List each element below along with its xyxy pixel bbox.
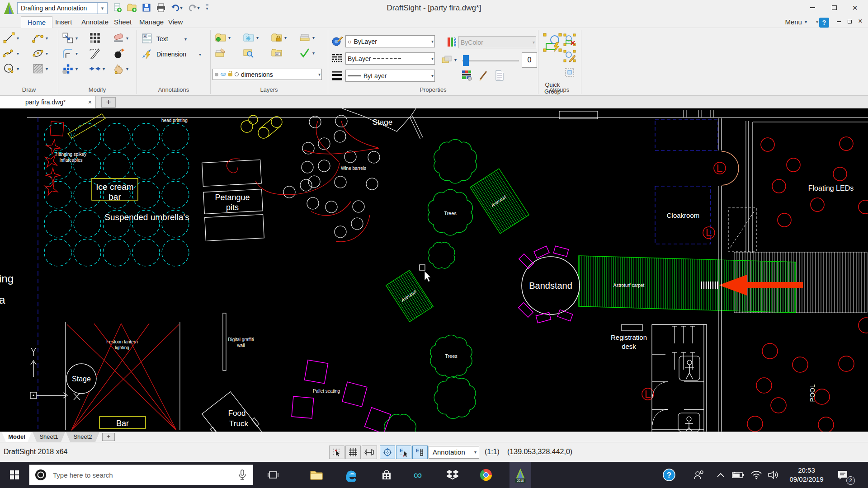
chevron-down-icon[interactable]: ▾	[75, 51, 78, 56]
array-button[interactable]: ▾	[61, 62, 78, 75]
edit-group-button[interactable]	[563, 50, 576, 62]
layer-new-button[interactable]: ▾	[214, 32, 231, 43]
tab-home[interactable]: Home	[21, 16, 52, 28]
properties-painter-button[interactable]	[461, 70, 473, 81]
chevron-down-icon[interactable]: ▾	[454, 57, 457, 62]
mdi-restore-button[interactable]	[844, 17, 854, 26]
chevron-down-icon[interactable]: ▾	[103, 66, 105, 71]
text-button[interactable]: A	[141, 33, 153, 44]
properties-page-button[interactable]	[494, 70, 505, 81]
microphone-icon[interactable]	[237, 469, 247, 481]
tray-expand-button[interactable]	[712, 462, 729, 488]
close-tab-icon[interactable]: ×	[88, 99, 92, 106]
new-document-button[interactable]: +	[101, 97, 116, 108]
hatch-button[interactable]: ▾	[32, 62, 48, 75]
layer-dropdown[interactable]: dimensions ▾	[212, 69, 322, 80]
office-infinity-button[interactable]: ∞	[407, 462, 429, 488]
chevron-down-icon[interactable]: ▾	[46, 66, 48, 71]
layer-activate-button[interactable]	[214, 47, 227, 59]
match-brush-button[interactable]	[477, 70, 489, 81]
mdi-close-button[interactable]: ×	[855, 16, 865, 26]
transparency-value-field[interactable]: 0	[522, 52, 537, 68]
chevron-down-icon[interactable]: ▾	[126, 66, 128, 71]
minimize-button[interactable]	[805, 2, 820, 14]
layers-stack-button[interactable]: ▾	[298, 32, 315, 43]
chevron-down-icon[interactable]: ▾	[312, 35, 315, 40]
layer-freeze-button[interactable]: ▾	[242, 32, 259, 43]
mdi-minimize-button[interactable]	[834, 17, 844, 26]
add-sheet-button[interactable]: +	[102, 433, 115, 441]
chevron-down-icon[interactable]: ▾	[46, 36, 48, 41]
wifi-indicator[interactable]	[748, 462, 765, 488]
clock[interactable]: 20:53 09/02/2019	[783, 466, 830, 484]
move-button[interactable]: ▾	[61, 32, 78, 44]
arc-button[interactable]: ▾	[32, 32, 48, 44]
edge-button[interactable]	[340, 462, 362, 488]
line-weight-dropdown[interactable]: ByLayer ▾	[345, 70, 435, 82]
transparency-slider-handle[interactable]	[463, 55, 469, 66]
sheet-tab-sheet2[interactable]: Sheet2	[66, 432, 99, 442]
drawing-canvas[interactable]: head printingHanging spikeyInflateablesI…	[0, 108, 868, 432]
ungroup-button[interactable]	[563, 33, 576, 46]
grab-button[interactable]: ▾	[112, 62, 128, 75]
tray-help-button[interactable]: ?	[658, 462, 680, 488]
sheet-tab-sheet1[interactable]: Sheet1	[33, 432, 65, 442]
chevron-down-icon[interactable]: ▾	[199, 52, 201, 57]
file-explorer-button[interactable]	[306, 462, 327, 488]
help-button[interactable]: ?	[819, 18, 829, 28]
fillet-button[interactable]: ▾	[61, 47, 78, 60]
ellipse-button[interactable]: ▾	[32, 47, 48, 60]
volume-indicator[interactable]	[764, 462, 782, 488]
dropbox-button[interactable]	[442, 462, 463, 488]
ribbon-collapse-icon[interactable]: ▾	[816, 19, 818, 24]
tray-people-button[interactable]	[688, 462, 710, 488]
chevron-down-icon[interactable]: ▾	[228, 35, 231, 40]
sheet-tab-model[interactable]: Model	[2, 432, 32, 442]
chrome-button[interactable]	[475, 462, 497, 488]
etrack-pointer-button[interactable]: E	[396, 446, 411, 459]
chevron-down-icon[interactable]: ▾	[17, 66, 19, 71]
quick-group-button[interactable]	[542, 33, 562, 52]
group-options-button[interactable]	[564, 67, 575, 78]
line-weight-button[interactable]	[331, 70, 343, 81]
ortho-toggle-button[interactable]	[362, 446, 377, 459]
battery-indicator[interactable]	[729, 462, 748, 488]
explode-button[interactable]	[112, 47, 125, 60]
document-tab[interactable]: party fira.dwg* ×	[0, 96, 96, 108]
chevron-down-icon[interactable]: ▾	[126, 36, 128, 41]
transparency-button[interactable]: ▾	[441, 54, 457, 65]
task-view-button[interactable]	[262, 462, 284, 488]
menu-button[interactable]: Menu ▾ ▾	[785, 18, 818, 26]
layer-lock-button[interactable]: ▾	[270, 32, 287, 43]
line-button[interactable]: ▾	[3, 32, 19, 44]
chevron-down-icon[interactable]: ▾	[256, 35, 259, 40]
esnap-toggle-button[interactable]	[380, 446, 395, 459]
annotation-scale-dropdown[interactable]: Annotation ▾	[429, 446, 479, 459]
snap-toggle-button[interactable]	[329, 446, 344, 459]
chevron-down-icon[interactable]: ▾	[75, 66, 78, 71]
chevron-down-icon[interactable]: ▾	[75, 36, 78, 41]
line-color-dropdown[interactable]: ○ ByLayer ▾	[345, 35, 435, 47]
print-style-button[interactable]	[447, 36, 458, 48]
tab-view[interactable]: View	[162, 16, 189, 28]
line-style-button[interactable]	[331, 52, 343, 64]
trim-button[interactable]	[89, 47, 101, 60]
grid-toggle-button[interactable]	[345, 446, 361, 459]
etrack-button[interactable]: E	[412, 446, 428, 459]
layer-state-button[interactable]: ▾	[298, 47, 315, 59]
draftsight-taskbar-button[interactable]: 2018	[509, 462, 531, 488]
store-button[interactable]	[376, 462, 397, 488]
spline-button[interactable]: ▾	[3, 47, 19, 60]
chevron-down-icon[interactable]: ▾	[284, 35, 287, 40]
tab-insert[interactable]: Insert	[49, 16, 79, 28]
close-button[interactable]: ×	[847, 2, 863, 14]
maximize-button[interactable]	[826, 2, 842, 14]
transparency-slider-track[interactable]	[462, 60, 519, 61]
chevron-down-icon[interactable]: ▾	[46, 51, 48, 56]
erase-button[interactable]: ▾	[112, 32, 128, 44]
start-button[interactable]	[4, 462, 25, 488]
layer-properties-button[interactable]	[270, 47, 283, 59]
cad-drawing[interactable]: head printingHanging spikeyInflateablesI…	[0, 108, 868, 432]
stretch-button[interactable]: ▾	[89, 62, 105, 75]
circle-button[interactable]: ▾	[3, 62, 19, 75]
